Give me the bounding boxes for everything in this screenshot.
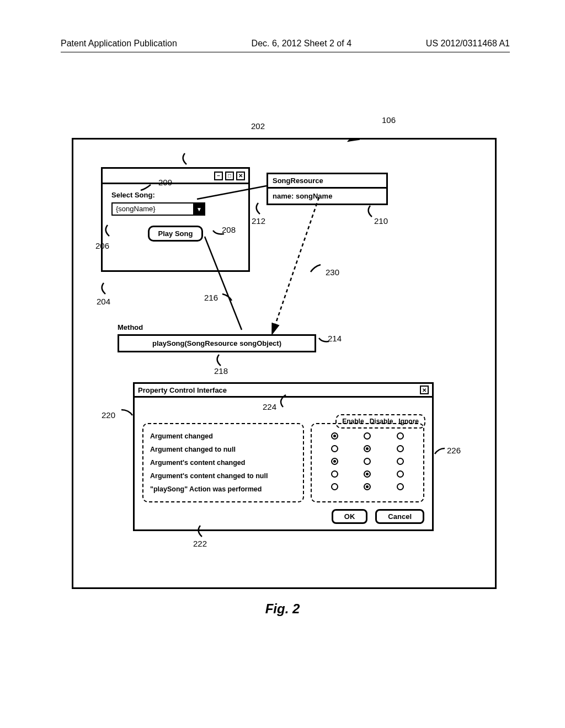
radio-row [318,480,417,493]
window-titlebar: – □ ✕ [103,169,248,184]
ref-218: 218 [214,366,228,376]
ref-216: 216 [204,293,218,302]
argument-list: Argument changedArgument changed to null… [142,423,304,502]
radio-disable[interactable] [364,432,371,440]
ok-button[interactable]: OK [332,509,368,524]
chevron-down-icon: ▼ [193,204,204,215]
radio-row [318,455,417,468]
radio-enable[interactable] [331,432,338,440]
ref-210: 210 [374,216,388,226]
argument-row: "playSong" Action was performed [150,483,296,496]
header-center: Dec. 6, 2012 Sheet 2 of 4 [252,39,351,49]
radio-ignore[interactable] [397,483,404,490]
radio-ignore[interactable] [397,432,404,440]
play-song-button[interactable]: Play Song [148,226,204,242]
dropdown-value: {songName} [113,204,193,215]
ref-209: 209 [158,178,172,187]
header-divider [61,52,510,52]
close-icon[interactable]: ✕ [420,386,429,394]
col-disable: Disable [370,417,393,425]
svg-line-0 [348,140,380,141]
argument-row: Argument changed to null [150,443,296,456]
pci-column-headers: Enable Disable Ignore [335,414,425,429]
svg-line-2 [272,197,319,334]
radio-enable[interactable] [331,483,338,490]
radio-row [318,442,417,455]
property-control-interface: Property Control Interface ✕ Enable Disa… [133,382,434,531]
ref-220: 220 [102,410,115,420]
song-selection-window: – □ ✕ Select Song: {songName} ▼ Play Son… [101,167,250,272]
radio-disable[interactable] [364,445,371,452]
cancel-button[interactable]: Cancel [375,509,424,524]
radio-ignore[interactable] [397,445,404,452]
radio-enable[interactable] [331,458,338,465]
pci-title: Property Control Interface [138,386,227,394]
ref-212: 212 [252,216,265,226]
song-resource-box: SongResource name: songName [266,173,388,205]
song-resource-title: SongResource [268,174,386,189]
radio-row [318,468,417,480]
ref-224: 224 [263,402,276,411]
close-icon[interactable]: ✕ [236,172,245,180]
ref-222: 222 [193,539,207,548]
ref-206: 206 [95,241,109,250]
ref-106: 106 [382,115,396,125]
ref-226: 226 [447,446,461,455]
argument-row: Argument's content changed to null [150,469,296,483]
radio-disable[interactable] [364,470,371,478]
ref-214: 214 [328,334,342,343]
radio-enable[interactable] [331,470,338,478]
radio-ignore[interactable] [397,470,404,478]
song-dropdown[interactable]: {songName} ▼ [111,202,205,216]
figure-canvas: – □ ✕ Select Song: {songName} ▼ Play Son… [72,138,497,589]
ref-204: 204 [97,297,110,306]
ref-202: 202 [251,121,265,131]
method-box: playSong(SongResource songObject) [118,334,316,352]
radio-row [318,430,417,442]
ref-208: 208 [222,225,236,234]
page-header: Patent Application Publication Dec. 6, 2… [0,0,565,49]
col-ignore: Ignore [398,417,419,425]
radio-disable[interactable] [364,458,371,465]
ref-230: 230 [326,267,339,277]
header-right: US 2012/0311468 A1 [426,39,510,49]
header-left: Patent Application Publication [61,39,177,49]
method-label: Method [118,323,143,331]
select-song-label: Select Song: [111,191,239,199]
radio-disable[interactable] [364,483,371,490]
song-resource-body: name: songName [268,189,386,204]
radio-ignore[interactable] [397,458,404,465]
radio-grid [311,423,424,502]
maximize-icon[interactable]: □ [225,172,234,180]
argument-row: Argument changed [150,430,296,443]
figure-caption: Fig. 2 [0,601,565,617]
pci-titlebar: Property Control Interface ✕ [135,384,432,398]
radio-enable[interactable] [331,445,338,452]
col-enable: Enable [342,417,364,425]
minimize-icon[interactable]: – [214,172,223,180]
argument-row: Argument's content changed [150,456,296,469]
